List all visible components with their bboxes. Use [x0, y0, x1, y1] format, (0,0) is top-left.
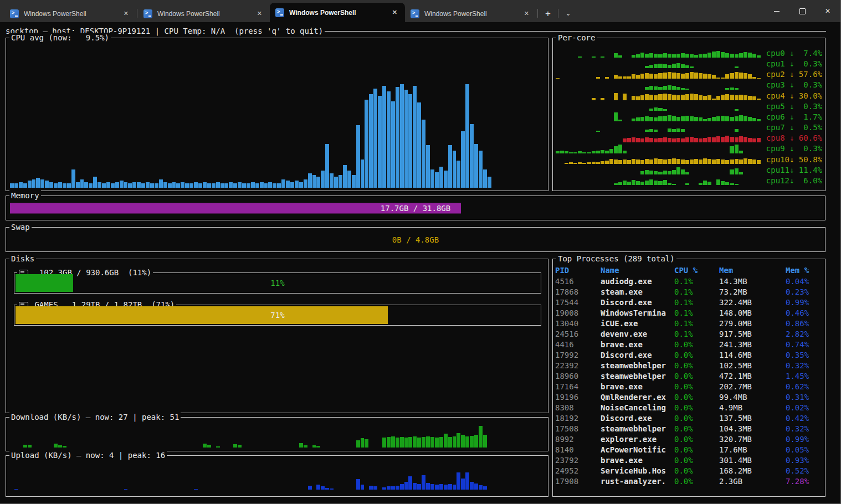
histogram-bar	[645, 137, 649, 142]
histogram-bar	[663, 94, 667, 100]
cpu-avg-panel: CPU avg (now: 9.5%)	[6, 38, 548, 191]
process-cell-mem_pct: 1.45%	[786, 371, 823, 382]
download-panel: Download (KB/s) — now: 27 | peak: 51	[6, 417, 548, 451]
histogram-bar	[76, 182, 80, 188]
process-row: 4516audiodg.exe0.1%14.3MB0.04%	[555, 276, 823, 287]
histogram-bar	[233, 444, 237, 448]
histogram-bar	[725, 94, 729, 100]
histogram-bar	[163, 182, 167, 188]
histogram-bar	[699, 54, 702, 58]
histogram-bar	[735, 129, 739, 132]
histogram-bar	[54, 183, 58, 188]
histogram-bar	[461, 479, 465, 490]
histogram-bar	[672, 158, 676, 164]
histogram-bar	[649, 171, 653, 174]
tab-close-icon[interactable]: ✕	[255, 10, 264, 17]
histogram-bar	[676, 95, 680, 100]
histogram-bar	[439, 437, 443, 448]
tab-windows-powershell-1[interactable]: Windows PowerShell ✕	[4, 5, 136, 22]
histogram-bar	[408, 476, 412, 490]
histogram-bar	[216, 182, 220, 188]
process-cell-cpu: 0.0%	[674, 392, 719, 403]
histogram-bar	[668, 115, 671, 121]
process-cell-name: audiodg.exe	[601, 276, 674, 287]
process-table-body: 4516audiodg.exe0.1%14.3MB0.04%17868steam…	[555, 276, 823, 494]
histogram-bar	[299, 182, 303, 188]
histogram-bar	[387, 437, 391, 448]
tab-dropdown-button[interactable]: ⌄	[559, 5, 577, 22]
histogram-bar	[676, 117, 680, 121]
histogram-bar	[654, 181, 658, 185]
new-tab-button[interactable]: +	[539, 5, 557, 22]
histogram-bar	[716, 116, 720, 121]
histogram-bar	[111, 183, 115, 188]
process-row: 17508steamwebhelper0.0%104.3MB0.32%	[555, 424, 823, 434]
tab-close-icon[interactable]: ✕	[522, 10, 531, 17]
disks-panel: Disks 102.3GB / 930.6GB (11%) 11% GAMES …	[6, 259, 548, 413]
histogram-bar	[587, 162, 591, 164]
histogram-bar	[632, 180, 635, 185]
histogram-bar	[716, 78, 720, 79]
minimize-button[interactable]	[764, 0, 789, 22]
per-core-panel-title: Per-core	[556, 33, 597, 43]
histogram-bar	[137, 182, 141, 188]
histogram-bar	[207, 445, 211, 448]
core-row-cpu7: cpu7 ↓ 0.5%	[556, 122, 822, 133]
histogram-bar	[400, 484, 404, 490]
histogram-bar	[470, 124, 474, 188]
histogram-bar	[676, 159, 680, 164]
histogram-bar	[356, 479, 360, 490]
process-cell-mem: 104.3MB	[719, 424, 786, 434]
core-row-cpu8: cpu8 ↓ 60.6%	[556, 133, 822, 143]
process-cell-cpu: 0.0%	[674, 476, 719, 487]
histogram-bar	[439, 167, 443, 188]
process-cell-mem: 137.5MB	[719, 413, 786, 424]
histogram-bar	[672, 86, 676, 90]
process-cell-pid: 17992	[555, 350, 601, 361]
histogram-bar	[676, 167, 680, 174]
core-label: cpu10↓ 50.8%	[761, 155, 822, 165]
histogram-bar	[435, 485, 439, 490]
histogram-bar	[426, 145, 430, 188]
tab-label: Windows PowerShell	[24, 10, 86, 18]
process-cell-mem: 917.5MB	[719, 329, 786, 340]
core-sparkline	[556, 91, 761, 101]
close-button[interactable]: ✕	[815, 0, 840, 22]
process-cell-pid: 19008	[555, 308, 601, 318]
core-label: cpu1 ↓ 0.3%	[761, 59, 822, 69]
histogram-bar	[752, 54, 756, 58]
tab-close-icon[interactable]: ✕	[121, 10, 131, 17]
process-cell-mem: 241.3MB	[719, 340, 786, 350]
histogram-bar	[560, 151, 564, 153]
core-sparkline	[556, 101, 761, 112]
histogram-bar	[63, 183, 66, 188]
tab-close-icon[interactable]: ✕	[390, 9, 399, 16]
process-cell-pid: 19196	[555, 392, 601, 403]
histogram-bar	[681, 138, 685, 142]
histogram-bar	[382, 438, 386, 448]
histogram-bar	[690, 94, 694, 100]
maximize-button[interactable]	[789, 0, 815, 22]
tab-windows-powershell-4[interactable]: Windows PowerShell ✕	[405, 5, 537, 22]
column-header-name: Name	[601, 266, 674, 276]
histogram-bar	[391, 436, 395, 448]
process-cell-pid: 4516	[555, 276, 601, 287]
histogram-bar	[676, 87, 680, 90]
histogram-bar	[735, 88, 739, 90]
histogram-bar	[658, 172, 662, 174]
histogram-bar	[596, 77, 600, 79]
histogram-bar	[618, 182, 622, 185]
process-cell-mem: 102.5MB	[719, 361, 786, 371]
histogram-bar	[654, 107, 658, 111]
core-row-cpu5: cpu5 ↓ 0.3%	[556, 101, 822, 112]
histogram-bar	[694, 94, 698, 100]
process-cell-name: explorer.exe	[601, 434, 674, 445]
memory-gauge: 17.7GB / 31.8GB	[10, 203, 821, 213]
tab-windows-powershell-3-active[interactable]: Windows PowerShell ✕	[270, 3, 405, 22]
histogram-bar	[739, 115, 743, 121]
histogram-bar	[752, 160, 756, 164]
histogram-bar	[721, 116, 725, 121]
tab-windows-powershell-2[interactable]: Windows PowerShell ✕	[138, 5, 270, 22]
histogram-bar	[640, 117, 644, 121]
histogram-bar	[229, 182, 233, 188]
